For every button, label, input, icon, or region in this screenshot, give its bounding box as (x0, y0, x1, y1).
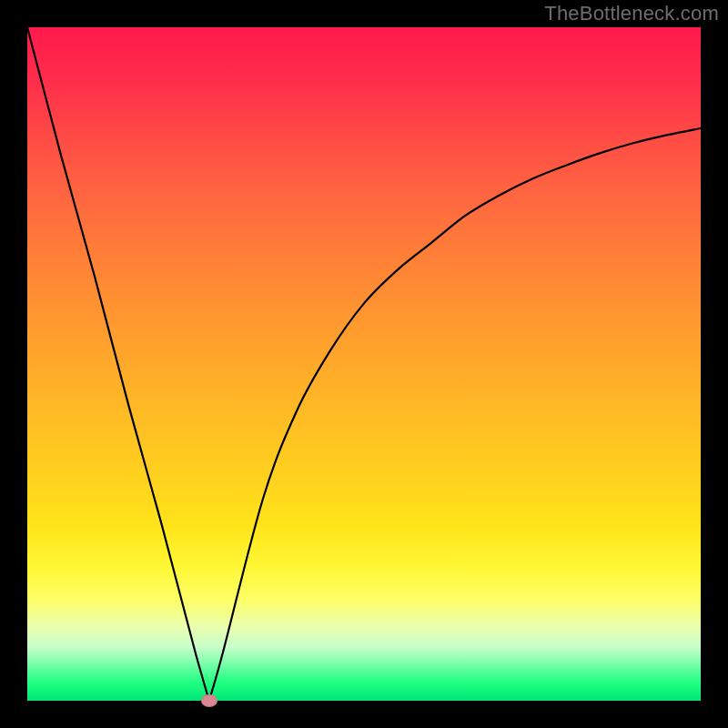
plot-area (27, 27, 701, 701)
chart-frame: TheBottleneck.com (0, 0, 728, 728)
watermark-text: TheBottleneck.com (544, 2, 719, 25)
bottleneck-curve (27, 27, 701, 701)
optimum-marker (201, 694, 217, 707)
